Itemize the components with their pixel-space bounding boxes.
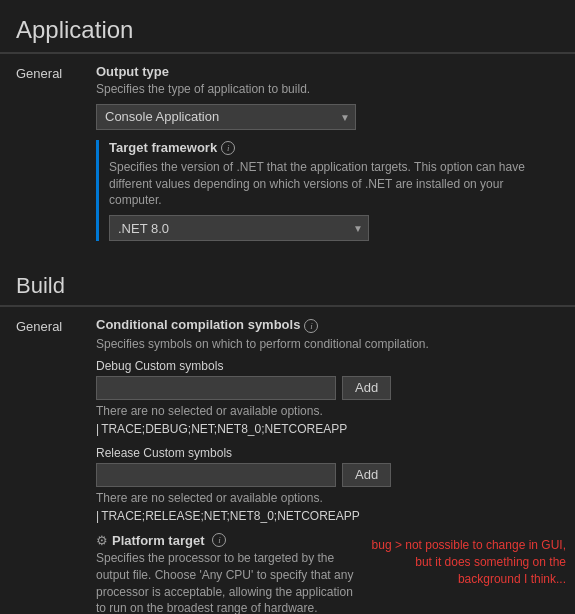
target-framework-desc: Specifies the version of .NET that the a… (109, 159, 559, 209)
release-add-button[interactable]: Add (342, 463, 391, 487)
application-general-content: Output type Specifies the type of applic… (96, 64, 559, 249)
bug-note: bug > not possible to change in GUI, but… (366, 537, 566, 587)
output-type-select[interactable]: Console Application Windows Application … (96, 104, 356, 130)
release-input-row: Add (96, 463, 566, 487)
platform-left: ⚙ Platform target i Specifies the proces… (96, 533, 356, 614)
debug-no-options: There are no selected or available optio… (96, 404, 566, 418)
build-general-label: General (16, 317, 96, 614)
target-framework-info-icon[interactable]: i (221, 141, 235, 155)
debug-caret: | (96, 422, 99, 436)
release-readonly-symbols: | TRACE;RELEASE;NET;NET8_0;NETCOREAPP (96, 509, 566, 523)
debug-input-row: Add (96, 376, 566, 400)
output-type-desc: Specifies the type of application to bui… (96, 81, 559, 98)
gear-icon: ⚙ (96, 533, 108, 548)
build-general-content: Conditional compilation symbols i Specif… (96, 317, 566, 614)
release-readonly-value: TRACE;RELEASE;NET;NET8_0;NETCOREAPP (101, 509, 360, 523)
platform-target-label: Platform target (112, 533, 204, 548)
platform-note-row: ⚙ Platform target i Specifies the proces… (96, 533, 566, 614)
target-framework-dropdown-wrapper: .NET 8.0 .NET 7.0 .NET 6.0 ▼ (109, 215, 369, 241)
target-framework-label: Target framework (109, 140, 217, 155)
platform-target-block: ⚙ Platform target i Specifies the proces… (96, 533, 566, 614)
release-no-options: There are no selected or available optio… (96, 491, 566, 505)
conditional-symbols-desc: Specifies symbols on which to perform co… (96, 336, 566, 353)
release-symbols-row: Release Custom symbols Add There are no … (96, 446, 566, 523)
release-symbols-label: Release Custom symbols (96, 446, 566, 460)
conditional-symbols-label: Conditional compilation symbols (96, 317, 300, 332)
target-framework-block: Target framework i Specifies the version… (96, 140, 559, 241)
conditional-symbols-info-icon[interactable]: i (304, 319, 318, 333)
debug-symbols-row: Debug Custom symbols Add There are no se… (96, 359, 566, 436)
debug-symbols-input[interactable] (96, 376, 336, 400)
platform-target-desc: Specifies the processor to be targeted b… (96, 550, 356, 614)
target-framework-select[interactable]: .NET 8.0 .NET 7.0 .NET 6.0 (109, 215, 369, 241)
release-symbols-input[interactable] (96, 463, 336, 487)
platform-right: bug > not possible to change in GUI, but… (366, 533, 566, 587)
debug-readonly-value: TRACE;DEBUG;NET;NET8_0;NETCOREAPP (101, 422, 347, 436)
debug-symbols-label: Debug Custom symbols (96, 359, 566, 373)
output-type-label: Output type (96, 64, 559, 79)
output-type-dropdown-wrapper: Console Application Windows Application … (96, 104, 356, 130)
build-section-title: Build (0, 261, 575, 306)
application-general-label: General (16, 64, 96, 249)
debug-readonly-symbols: | TRACE;DEBUG;NET;NET8_0;NETCOREAPP (96, 422, 566, 436)
page-title: Application (0, 0, 575, 53)
platform-target-info-icon[interactable]: i (212, 533, 226, 547)
debug-add-button[interactable]: Add (342, 376, 391, 400)
release-caret: | (96, 509, 99, 523)
platform-label-row: ⚙ Platform target i (96, 533, 356, 548)
